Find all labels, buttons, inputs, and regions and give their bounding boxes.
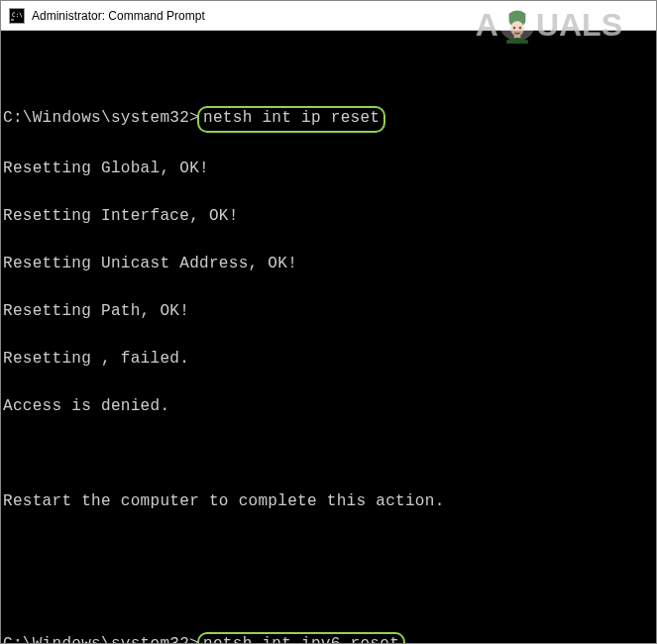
terminal-line (3, 537, 654, 561)
terminal-line: Access is denied. (3, 394, 654, 418)
terminal-line: Resetting Interface, OK! (3, 204, 654, 228)
terminal-line (3, 442, 654, 466)
terminal-line (3, 585, 654, 608)
highlighted-command: netsh int ipv6 reset (197, 632, 405, 643)
prompt-text: C:\Windows\system32> (3, 635, 199, 643)
terminal-output[interactable]: C:\Windows\system32>netsh int ip reset R… (1, 31, 656, 643)
terminal-line: Resetting , failed. (3, 347, 654, 371)
terminal-line: Restart the computer to complete this ac… (3, 489, 654, 513)
prompt-text: C:\Windows\system32> (3, 109, 199, 127)
title-bar[interactable]: C:\ Administrator: Command Prompt (1, 1, 656, 31)
svg-text:C:\: C:\ (12, 11, 23, 18)
terminal-line (3, 58, 654, 82)
terminal-line: Resetting Global, OK! (3, 157, 654, 180)
cmd-icon: C:\ (9, 8, 25, 24)
window-title: Administrator: Command Prompt (32, 9, 205, 23)
terminal-line: Resetting Unicast Address, OK! (3, 252, 654, 275)
window-frame: C:\ Administrator: Command Prompt C:\Win… (0, 0, 657, 644)
terminal-line: Resetting Path, OK! (3, 299, 654, 323)
terminal-line: C:\Windows\system32>netsh int ipv6 reset (3, 632, 654, 643)
terminal-line: C:\Windows\system32>netsh int ip reset (3, 106, 654, 133)
highlighted-command: netsh int ip reset (197, 106, 385, 133)
